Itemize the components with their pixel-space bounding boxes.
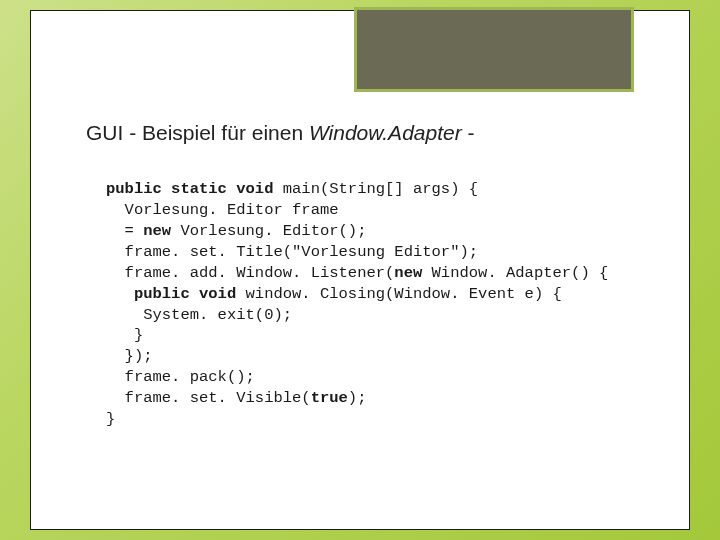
slide-title: GUI - Beispiel für einen Window.Adapter … [86, 121, 634, 145]
keyword: new [394, 264, 422, 282]
code-block: public static void main(String[] args) {… [106, 179, 634, 430]
code-text: window. Closing(Window. Event e) { [236, 285, 562, 303]
code-text: } [106, 326, 143, 344]
code-text: System. exit(0); [106, 306, 292, 324]
accent-box [354, 7, 634, 92]
keyword: true [311, 389, 348, 407]
keyword: public void [134, 285, 236, 303]
code-text: frame. set. Title("Vorlesung Editor"); [106, 243, 478, 261]
code-text: frame. add. Window. Listener( [106, 264, 394, 282]
keyword: new [143, 222, 171, 240]
code-text: Vorlesung. Editor frame [106, 201, 339, 219]
code-text: Window. Adapter() { [422, 264, 608, 282]
code-text: }); [106, 347, 153, 365]
slide-paper: GUI - Beispiel für einen Window.Adapter … [30, 10, 690, 530]
keyword: public static void [106, 180, 273, 198]
code-text: frame. pack(); [106, 368, 255, 386]
code-text: } [106, 410, 115, 428]
title-italic: Window.Adapter [309, 121, 462, 144]
code-text: = [106, 222, 143, 240]
slide-background: GUI - Beispiel für einen Window.Adapter … [0, 0, 720, 540]
title-prefix: GUI - Beispiel für einen [86, 121, 309, 144]
code-text: Vorlesung. Editor(); [171, 222, 366, 240]
code-text: frame. set. Visible( [106, 389, 311, 407]
title-suffix: - [462, 121, 475, 144]
code-text [106, 285, 134, 303]
code-text: main(String[] args) { [273, 180, 478, 198]
code-text: ); [348, 389, 367, 407]
